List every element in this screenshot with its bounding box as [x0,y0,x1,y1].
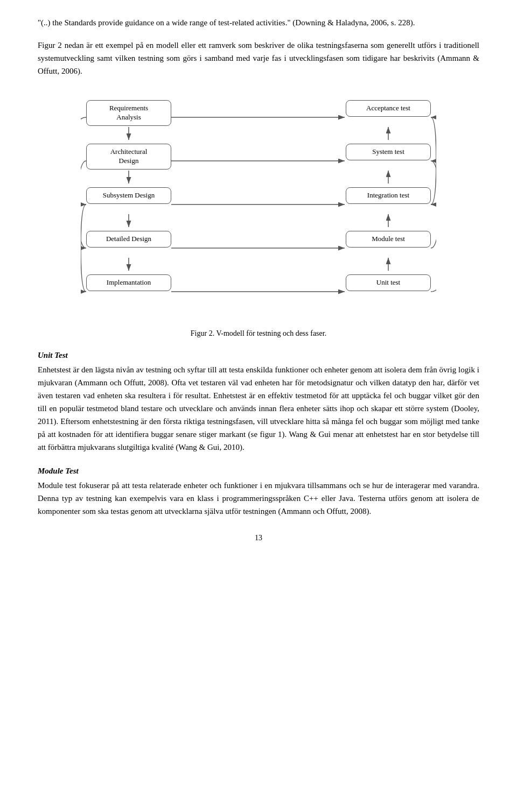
module-test-paragraph: Module test fokuserar på att testa relat… [38,479,479,518]
diagram-container: RequirementsAnalysis ArchitecturalDesign… [38,93,479,324]
unit-test-title: Unit Test [38,351,479,360]
quote-text: "(..) the Standards provide guidance on … [38,16,479,29]
figure-caption: Figur 2. V-modell för testning och dess … [38,329,479,338]
box-integration-test: Integration test [346,187,431,204]
box-implementation: Implemantation [86,274,171,291]
box-module-test: Module test [346,231,431,248]
box-subsystem: Subsystem Design [86,187,171,204]
v-model-diagram: RequirementsAnalysis ArchitecturalDesign… [81,93,436,324]
intro-paragraph: Figur 2 nedan är ett exempel på en model… [38,39,479,77]
box-acceptance: Acceptance test [346,100,431,117]
box-unit-test: Unit test [346,274,431,291]
box-requirements: RequirementsAnalysis [86,100,171,126]
box-detailed: Detailed Design [86,231,171,248]
box-system-test: System test [346,144,431,160]
module-test-title: Module Test [38,467,479,476]
page-number: 13 [38,534,479,542]
unit-test-paragraph: Enhetstest är den lägsta nivån av testni… [38,363,479,454]
box-architectural: ArchitecturalDesign [86,144,171,170]
